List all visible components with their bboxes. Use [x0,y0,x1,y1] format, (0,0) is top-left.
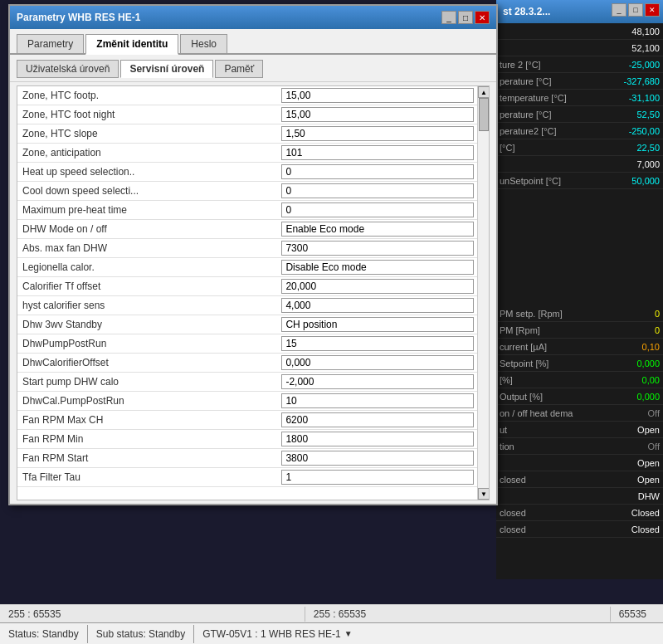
subtab-uzivatelska[interactable]: Uživatelská úroveň [17,60,119,78]
tab-parametry[interactable]: Parametry [17,34,84,53]
rp-label-5: perature [°C] [496,110,605,120]
titlebar-controls: _ □ ✕ [441,11,490,24]
maximize-button[interactable]: □ [458,11,473,24]
scroll-down-button[interactable]: ▼ [478,488,490,500]
param-value-box-7[interactable]: Enable Eco mode [281,222,473,237]
bg-maximize-button[interactable]: □ [628,3,643,17]
rp-row-21: [%] 0,00 [496,372,663,388]
param-value-box-10[interactable]: 20,000 [281,279,473,294]
param-value-box-4[interactable]: 0 [281,164,473,179]
bg-window-header: st 28.3.2... _ □ ✕ [496,0,663,23]
param-value-box-8[interactable]: 7300 [281,241,473,256]
param-value-cell-13: 15 [276,334,489,354]
param-row-12: Dhw 3wv StandbyCH position [17,315,489,334]
rp-label-30: closed [496,524,605,534]
scroll-track [478,98,489,488]
param-value-box-5[interactable]: 0 [281,183,473,198]
rp-label-27: closed [496,475,605,485]
param-value-cell-7: Enable Eco mode [276,220,489,239]
rp-row-2: ture 2 [°C] -25,000 [496,56,663,73]
param-name-6: Maximum pre-heat time [17,201,276,220]
param-value-box-12[interactable]: CH position [281,317,473,332]
param-name-13: DhwPumpPostRun [17,334,276,354]
status-device-label: GTW-05V1 : 1 WHB RES HE-1 [202,628,340,640]
param-row-18: Fan RPM Min1800 [17,430,489,449]
param-value-box-1[interactable]: 15,00 [281,107,473,122]
close-button[interactable]: ✕ [475,11,490,24]
bg-minimize-button[interactable]: _ [612,3,626,17]
rp-label-9: unSetpoint [°C] [496,176,605,186]
param-value-box-0[interactable]: 15,00 [281,88,473,103]
param-row-0: Zone, HTC footp.15,00 [17,86,489,105]
bg-window-title: st 28.3.2... [503,6,550,17]
param-row-17: Fan RPM Max CH6200 [17,411,489,430]
rp-row-6: perature2 [°C] -250,00 [496,123,663,139]
rp-row-23: on / off heat dema Off [496,405,663,422]
param-row-16: DhwCal.PumpPostRun10 [17,392,489,411]
param-value-cell-20: 1 [276,468,489,487]
rp-row-7: [°C] 22,50 [496,139,663,156]
rp-value-5: 52,50 [605,110,663,120]
param-value-box-15[interactable]: -2,000 [281,374,473,389]
param-value-box-14[interactable]: 0,000 [281,355,473,370]
param-value-cell-4: 0 [276,163,489,182]
param-value-cell-3: 101 [276,144,489,163]
params-table: Zone, HTC footp.15,00Zone, HTC foot nigh… [17,86,489,487]
param-value-box-11[interactable]: 4,000 [281,298,473,313]
rp-label-19: current [µA] [496,342,605,352]
param-name-3: Zone, anticipation [17,144,276,163]
param-value-cell-17: 6200 [276,411,489,430]
param-value-cell-11: 4,000 [276,296,489,315]
rp-value-30: Closed [605,524,663,534]
rp-value-20: 0,000 [605,359,663,368]
rp-label-6: perature2 [°C] [496,126,605,136]
param-name-19: Fan RPM Start [17,449,276,468]
rp-label-17: PM setp. [Rpm] [496,309,605,319]
param-name-17: Fan RPM Max CH [17,411,276,430]
numbers-right: 65535 [611,607,663,622]
rp-row-27: closed Open [496,471,663,488]
param-value-box-20[interactable]: 1 [281,470,473,485]
param-value-box-18[interactable]: 1800 [281,432,473,446]
param-name-4: Heat up speed selection.. [17,163,276,182]
param-value-box-9[interactable]: Disable Eco mode [281,260,473,275]
param-value-box-17[interactable]: 6200 [281,412,473,427]
subtab-pamet[interactable]: Paměť [215,60,263,78]
param-row-11: hyst calorifier sens4,000 [17,296,489,315]
param-row-8: Abs. max fan DHW7300 [17,239,489,258]
bg-close-button[interactable]: ✕ [645,3,660,17]
param-value-box-13[interactable]: 15 [281,336,473,351]
minimize-button[interactable]: _ [441,11,456,24]
status-main: Status: Standby [0,625,88,643]
rp-value-6: -250,00 [605,126,663,136]
param-name-9: Legionella calor. [17,258,276,277]
param-value-box-6[interactable]: 0 [281,202,473,217]
param-value-box-19[interactable]: 3800 [281,451,473,466]
subtab-servisni[interactable]: Servisní úroveň [120,60,213,78]
status-device[interactable]: GTW-05V1 : 1 WHB RES HE-1 ▼ [194,625,663,643]
rp-value-2: -25,000 [605,60,663,70]
param-value-box-16[interactable]: 10 [281,393,473,408]
rp-label-22: Output [%] [496,392,605,402]
rp-label-21: [%] [496,375,605,385]
rp-row-19: current [µA] 0,10 [496,339,663,355]
dialog-window: Parametry WHB RES HE-1 _ □ ✕ Parametry Z… [8,4,498,505]
param-value-box-2[interactable]: 1,50 [281,126,473,141]
param-name-10: Calorifier Tf offset [17,277,276,296]
param-name-2: Zone, HTC slope [17,124,276,144]
scroll-thumb[interactable] [479,98,489,131]
rp-label-20: Setpoint [%] [496,359,605,368]
tab-zmenit-identitu[interactable]: Změnit identitu [85,34,178,55]
dialog-titlebar: Parametry WHB RES HE-1 _ □ ✕ [10,6,496,29]
subtab-bar: Uživatelská úroveň Servisní úroveň Paměť [10,55,496,82]
param-row-10: Calorifier Tf offset20,000 [17,277,489,296]
tab-heslo[interactable]: Heslo [180,34,227,53]
param-value-box-3[interactable]: 101 [281,145,473,160]
rp-label-7: [°C] [496,143,605,153]
rp-row-29: closed Closed [496,505,663,521]
param-value-cell-5: 0 [276,182,489,201]
scrollbar[interactable]: ▲ ▼ [477,86,489,500]
scroll-up-button[interactable]: ▲ [478,86,490,98]
rp-value-24: Open [605,425,663,435]
param-name-0: Zone, HTC footp. [17,86,276,105]
